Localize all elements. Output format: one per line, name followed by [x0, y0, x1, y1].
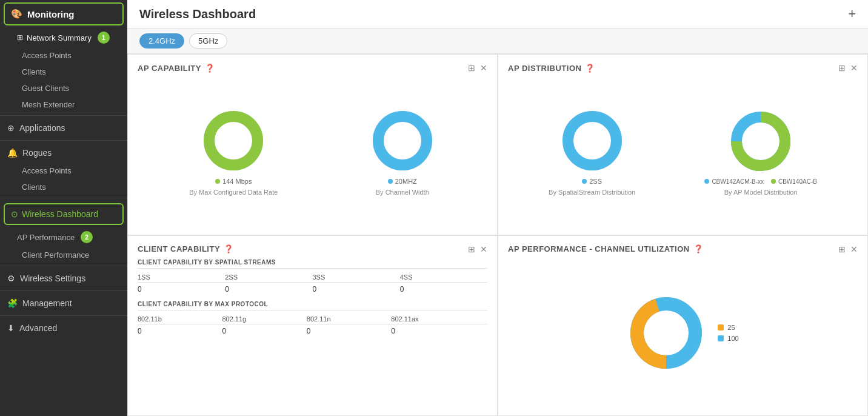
- donut-2-dot: [388, 179, 393, 184]
- col-80211b: 802.11b: [138, 314, 222, 324]
- ap-distribution-donut-1: 2SS By SpatialStream Distribution: [549, 107, 635, 196]
- client-capability-header: CLIENT CAPABILITY ❓ ⊞ ✕: [138, 244, 487, 254]
- client-capability-close-btn[interactable]: ✕: [480, 244, 487, 254]
- val-80211n: 0: [307, 324, 391, 337]
- sidebar-item-mesh-extender[interactable]: Mesh Extender: [0, 96, 127, 113]
- wireless-dashboard-icon: ⊙: [11, 209, 18, 219]
- client-capability-card: CLIENT CAPABILITY ❓ ⊞ ✕ CLIENT CAPABILIT…: [127, 235, 498, 417]
- col-80211g: 802.11g: [222, 314, 306, 324]
- sidebar-rogues[interactable]: 🔔 Rogues: [0, 143, 127, 163]
- dist-donut-2-label-1: CBW142ACM-B-xx: [704, 178, 764, 185]
- sidebar-item-rogues-access-points[interactable]: Access Points: [0, 163, 127, 179]
- ap-capability-help-icon[interactable]: ❓: [205, 64, 215, 73]
- sidebar-wireless-dashboard[interactable]: ⊙ Wireless Dashboard: [4, 203, 124, 225]
- client-capability-help-icon[interactable]: ❓: [224, 244, 234, 253]
- dist-donut-svg-1: [559, 107, 626, 174]
- col-80211ax: 802.11ax: [391, 314, 487, 324]
- sidebar-item-network-summary[interactable]: ⊞ Network Summary 1: [0, 28, 127, 47]
- val-1ss: 0: [138, 282, 225, 295]
- col-4ss: 4SS: [400, 272, 487, 283]
- ap-distribution-grid-btn[interactable]: ⊞: [838, 63, 846, 73]
- freq-tabs: 2.4GHz 5GHz: [127, 29, 868, 54]
- client-capability-actions: ⊞ ✕: [468, 244, 487, 254]
- advanced-icon: ⬇: [7, 323, 15, 333]
- ap-performance-grid-btn[interactable]: ⊞: [838, 244, 846, 254]
- dist-donut-svg-2: [727, 108, 794, 175]
- dist-donut-2-labels: CBW142ACM-B-xx CBW140AC-B: [704, 178, 816, 185]
- ap-distribution-title: AP DISTRIBUTION ❓: [508, 64, 595, 73]
- ap-capability-header: AP CAPABILITY ❓ ⊞ ✕: [138, 63, 487, 73]
- ap-distribution-header: AP DISTRIBUTION ❓ ⊞ ✕: [508, 63, 858, 73]
- legend-item-orange: 25: [718, 324, 738, 331]
- page-title: Wireless Dashboard: [139, 7, 256, 21]
- sidebar-monitoring-header[interactable]: 🎨 Monitoring: [4, 2, 124, 25]
- legend-item-blue: 100: [718, 335, 738, 342]
- ap-capability-title: AP CAPABILITY ❓: [138, 64, 215, 73]
- sidebar-item-guest-clients[interactable]: Guest Clients: [0, 80, 127, 96]
- ap-distribution-donut-2: CBW142ACM-B-xx CBW140AC-B By AP Model Di…: [704, 108, 816, 196]
- spatial-streams-section: CLIENT CAPABILITY BY SPATIAL STREAMS 1SS…: [138, 259, 487, 295]
- main-content: Wireless Dashboard + 2.4GHz 5GHz AP CAPA…: [127, 0, 868, 416]
- svg-point-5: [568, 116, 616, 165]
- grid-icon: ⊞: [17, 33, 23, 42]
- svg-point-1: [209, 116, 258, 165]
- sidebar-management[interactable]: 🧩 Management: [0, 294, 127, 313]
- ap-performance-title: AP PERFORMANCE - CHANNEL UTILIZATION ❓: [508, 244, 703, 253]
- badge-2: 2: [81, 231, 93, 243]
- ap-capability-donut-1: 144 Mbps By Max Configured Data Rate: [189, 107, 278, 196]
- spatial-streams-table: 1SS 2SS 3SS 4SS 0 0 0 0: [138, 272, 487, 295]
- ap-performance-help-icon[interactable]: ❓: [693, 244, 704, 253]
- donut-2-label: 20MHZ: [388, 178, 417, 185]
- spatial-streams-title: CLIENT CAPABILITY BY SPATIAL STREAMS: [138, 259, 487, 269]
- dist-donut-2-label-2: CBW140AC-B: [771, 178, 817, 185]
- settings-icon: ⚙: [7, 273, 15, 283]
- monitoring-icon: 🎨: [11, 8, 22, 19]
- sidebar-item-rogues-clients[interactable]: Clients: [0, 179, 127, 195]
- tab-2-4ghz[interactable]: 2.4GHz: [139, 33, 184, 49]
- ap-capability-donuts: 144 Mbps By Max Configured Data Rate 20M…: [138, 78, 487, 226]
- dist-donut-1-sublabel: By SpatialStream Distribution: [549, 189, 635, 196]
- donut-1-sublabel: By Max Configured Data Rate: [189, 189, 278, 196]
- sidebar-item-access-points[interactable]: Access Points: [0, 47, 127, 64]
- ap-performance-legend: 25 100: [718, 324, 738, 342]
- col-3ss: 3SS: [313, 272, 400, 283]
- ap-distribution-card: AP DISTRIBUTION ❓ ⊞ ✕ 2SS: [498, 54, 868, 235]
- val-80211b: 0: [138, 324, 222, 337]
- dist-donut-1-label: 2SS: [582, 178, 602, 185]
- max-protocol-table: 802.11b 802.11g 802.11n 802.11ax 0 0 0: [138, 314, 487, 337]
- client-capability-content: CLIENT CAPABILITY BY SPATIAL STREAMS 1SS…: [138, 259, 487, 408]
- val-80211ax: 0: [391, 324, 487, 337]
- ap-distribution-donuts: 2SS By SpatialStream Distribution CBW142…: [508, 78, 858, 226]
- ap-capability-close-btn[interactable]: ✕: [480, 63, 487, 73]
- val-80211g: 0: [222, 324, 306, 337]
- max-protocol-title: CLIENT CAPABILITY BY MAX PROTOCOL: [138, 301, 487, 310]
- tab-5ghz[interactable]: 5GHz: [189, 33, 227, 49]
- ap-capability-card: AP CAPABILITY ❓ ⊞ ✕ 144 Mbp: [127, 54, 498, 235]
- sidebar-item-clients[interactable]: Clients: [0, 64, 127, 80]
- client-capability-grid-btn[interactable]: ⊞: [468, 244, 475, 254]
- val-2ss: 0: [225, 282, 312, 295]
- ap-capability-grid-btn[interactable]: ⊞: [468, 63, 475, 73]
- ap-distribution-help-icon[interactable]: ❓: [585, 64, 595, 73]
- donut-1-dot: [215, 179, 220, 184]
- dist-donut-1-dot: [582, 179, 587, 184]
- ap-performance-close-btn[interactable]: ✕: [850, 244, 858, 254]
- monitoring-label: Monitoring: [27, 9, 74, 19]
- sidebar-wireless-settings[interactable]: ⚙ Wireless Settings: [0, 269, 127, 288]
- ap-distribution-close-btn[interactable]: ✕: [850, 63, 858, 73]
- svg-point-3: [378, 116, 427, 165]
- val-3ss: 0: [313, 282, 400, 295]
- col-1ss: 1SS: [138, 272, 225, 283]
- dist-donut-2-dot-2: [771, 179, 776, 184]
- add-button[interactable]: +: [848, 6, 856, 22]
- ap-performance-header: AP PERFORMANCE - CHANNEL UTILIZATION ❓ ⊞…: [508, 244, 858, 254]
- badge-1: 1: [98, 32, 110, 44]
- cards-grid: AP CAPABILITY ❓ ⊞ ✕ 144 Mbp: [127, 54, 868, 416]
- legend-square-blue: [718, 335, 724, 341]
- sidebar-item-client-performance[interactable]: Client Performance: [0, 247, 127, 263]
- donut-1-label: 144 Mbps: [215, 178, 252, 185]
- sidebar-item-ap-performance[interactable]: AP Performance 2: [0, 227, 127, 247]
- sidebar-applications[interactable]: ⊕ Applications: [0, 118, 127, 138]
- dist-donut-2-dot-1: [704, 179, 709, 184]
- sidebar-advanced[interactable]: ⬇ Advanced: [0, 318, 127, 338]
